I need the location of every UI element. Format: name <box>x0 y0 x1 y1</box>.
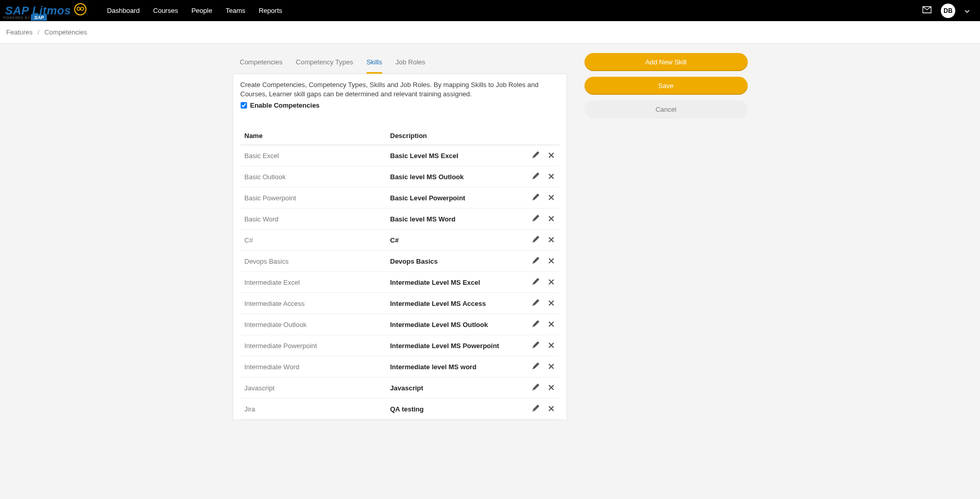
skill-name: Basic Excel <box>240 145 386 166</box>
table-row: Basic OutlookBasic level MS Outlook <box>240 166 559 187</box>
edit-icon[interactable] <box>528 166 544 187</box>
skills-table: Name Description Basic ExcelBasic Level … <box>240 127 559 420</box>
breadcrumb-current: Competencies <box>44 28 87 36</box>
edit-icon[interactable] <box>528 335 544 356</box>
skill-name: Intermediate Access <box>240 293 386 314</box>
skill-description: Javascript <box>386 377 528 399</box>
delete-icon[interactable] <box>544 187 559 209</box>
edit-icon[interactable] <box>528 230 544 251</box>
user-avatar[interactable]: DB <box>941 4 955 18</box>
table-row: Basic PowerpointBasic Level Powerpoint <box>240 187 559 209</box>
skill-name: Basic Powerpoint <box>240 187 386 209</box>
tab-competency-types[interactable]: Competency Types <box>296 53 353 74</box>
sap-badge: SAP <box>31 14 47 21</box>
powered-by: POWERED BY <box>3 16 30 20</box>
right-column: Add New Skill Save Cancel <box>584 53 748 124</box>
chevron-down-icon[interactable] <box>965 7 970 14</box>
skill-name: Jira <box>240 399 386 420</box>
intro-text: Create Competencies, Competency Types, S… <box>240 80 559 98</box>
skill-name: Intermediate Powerpoint <box>240 335 386 356</box>
svg-point-2 <box>80 7 83 10</box>
top-nav: SAP Litmos POWERED BY SAP DashboardCours… <box>0 0 980 21</box>
mail-icon[interactable] <box>922 6 932 15</box>
delete-icon[interactable] <box>544 251 559 272</box>
nav-courses[interactable]: Courses <box>153 7 178 14</box>
edit-icon[interactable] <box>528 314 544 335</box>
brand-logo[interactable]: SAP Litmos POWERED BY SAP <box>5 3 97 18</box>
breadcrumb-root[interactable]: Features <box>6 28 32 36</box>
edit-icon[interactable] <box>528 187 544 209</box>
skill-description: Basic Level Powerpoint <box>386 187 528 209</box>
skill-description: C# <box>386 230 528 251</box>
nav-reports[interactable]: Reports <box>259 7 282 14</box>
edit-icon[interactable] <box>528 356 544 377</box>
table-row: Intermediate ExcelIntermediate Level MS … <box>240 272 559 293</box>
delete-icon[interactable] <box>544 166 559 187</box>
skill-description: Basic level MS Outlook <box>386 166 528 187</box>
skill-description: Basic level MS Word <box>386 209 528 230</box>
skill-name: Intermediate Excel <box>240 272 386 293</box>
edit-icon[interactable] <box>528 377 544 399</box>
skill-description: Intermediate Level MS Access <box>386 293 528 314</box>
nav-links: DashboardCoursesPeopleTeamsReports <box>107 7 282 14</box>
edit-icon[interactable] <box>528 293 544 314</box>
delete-icon[interactable] <box>544 272 559 293</box>
delete-icon[interactable] <box>544 293 559 314</box>
content-card: Create Competencies, Competency Types, S… <box>233 74 567 420</box>
edit-icon[interactable] <box>528 272 544 293</box>
skill-name: Intermediate Word <box>240 356 386 377</box>
delete-icon[interactable] <box>544 377 559 399</box>
delete-icon[interactable] <box>544 356 559 377</box>
skill-name: Intermediate Outlook <box>240 314 386 335</box>
main: CompetenciesCompetency TypesSkillsJob Ro… <box>233 53 748 420</box>
delete-icon[interactable] <box>544 230 559 251</box>
tab-skills[interactable]: Skills <box>367 53 382 74</box>
nav-dashboard[interactable]: Dashboard <box>107 7 140 14</box>
skill-name: Javascript <box>240 377 386 399</box>
delete-icon[interactable] <box>544 209 559 230</box>
nav-people[interactable]: People <box>192 7 212 14</box>
table-row: C#C# <box>240 230 559 251</box>
skill-name: Devops Basics <box>240 251 386 272</box>
col-name: Name <box>240 127 386 145</box>
tab-job-roles[interactable]: Job Roles <box>396 53 425 74</box>
skill-name: Basic Outlook <box>240 166 386 187</box>
skill-description: Devops Basics <box>386 251 528 272</box>
svg-point-1 <box>77 7 80 10</box>
tab-competencies[interactable]: Competencies <box>240 53 283 74</box>
edit-icon[interactable] <box>528 251 544 272</box>
table-row: JiraQA testing <box>240 399 559 420</box>
skill-description: Intermediate level MS word <box>386 356 528 377</box>
enable-competencies-row[interactable]: Enable Competencies <box>240 101 559 109</box>
table-row: Intermediate OutlookIntermediate Level M… <box>240 314 559 335</box>
table-row: JavascriptJavascript <box>240 377 559 399</box>
table-row: Devops BasicsDevops Basics <box>240 251 559 272</box>
table-row: Intermediate WordIntermediate level MS w… <box>240 356 559 377</box>
enable-competencies-checkbox[interactable] <box>240 102 247 108</box>
add-new-skill-button[interactable]: Add New Skill <box>584 53 748 71</box>
delete-icon[interactable] <box>544 145 559 166</box>
delete-icon[interactable] <box>544 314 559 335</box>
breadcrumb-sep: / <box>38 28 40 36</box>
edit-icon[interactable] <box>528 399 544 420</box>
table-row: Basic ExcelBasic Level MS Excel <box>240 145 559 166</box>
save-button[interactable]: Save <box>584 77 748 95</box>
nav-teams[interactable]: Teams <box>226 7 245 14</box>
skill-description: Basic Level MS Excel <box>386 145 528 166</box>
breadcrumb: Features / Competencies <box>0 21 980 44</box>
delete-icon[interactable] <box>544 399 559 420</box>
nav-right: DB <box>922 4 975 18</box>
enable-competencies-label: Enable Competencies <box>250 101 320 109</box>
col-description: Description <box>386 127 528 145</box>
edit-icon[interactable] <box>528 209 544 230</box>
mascot-icon <box>74 3 87 18</box>
skill-name: C# <box>240 230 386 251</box>
table-row: Intermediate PowerpointIntermediate Leve… <box>240 335 559 356</box>
cancel-button[interactable]: Cancel <box>584 100 748 118</box>
skill-name: Basic Word <box>240 209 386 230</box>
edit-icon[interactable] <box>528 145 544 166</box>
table-row: Basic WordBasic level MS Word <box>240 209 559 230</box>
tabs: CompetenciesCompetency TypesSkillsJob Ro… <box>233 53 567 74</box>
delete-icon[interactable] <box>544 335 559 356</box>
table-row: Intermediate AccessIntermediate Level MS… <box>240 293 559 314</box>
